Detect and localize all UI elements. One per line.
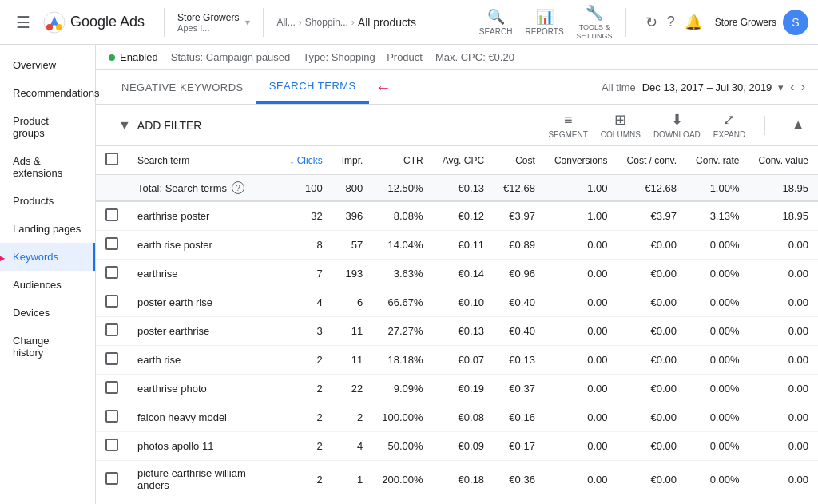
sidebar-item-keywords[interactable]: ▶ Keywords <box>0 243 95 271</box>
impr-header: Impr. <box>332 146 373 175</box>
row-checkbox[interactable] <box>105 208 118 221</box>
row-ctr: 18.18% <box>372 346 432 375</box>
add-filter-button[interactable]: ▼ ADD FILTER <box>109 113 211 137</box>
clicks-header[interactable]: ↓ Clicks <box>280 146 332 175</box>
hamburger-menu[interactable]: ☰ <box>10 10 37 35</box>
sidebar-item-product-groups[interactable]: Product groups <box>0 107 95 147</box>
row-checkbox-cell[interactable] <box>96 201 128 231</box>
expand-button[interactable]: ⤢ EXPAND <box>713 111 745 139</box>
sidebar-item-change-history[interactable]: Change history <box>0 327 95 367</box>
account-info[interactable]: Store Growers Apes I... <box>177 12 239 33</box>
sidebar-item-recommendations[interactable]: Recommendations <box>0 79 95 107</box>
row-checkbox[interactable] <box>105 266 118 279</box>
table-header-row: Search term ↓ Clicks Impr. CTR Avg. CPC … <box>96 146 818 175</box>
breadcrumb-all[interactable]: All... <box>276 17 295 28</box>
row-checkbox-cell[interactable] <box>96 432 128 461</box>
row-term[interactable]: earthrise <box>128 260 280 288</box>
row-clicks: 3 <box>280 317 332 346</box>
table-row: earthrise poster 32 396 8.08% €0.12 €3.9… <box>96 201 818 231</box>
tab-negative-keywords[interactable]: NEGATIVE KEYWORDS <box>109 72 256 103</box>
tools-nav-btn[interactable]: 🔧 TOOLS &SETTINGS <box>577 4 613 41</box>
row-checkbox-cell[interactable] <box>96 288 128 317</box>
row-checkbox-cell[interactable] <box>96 260 128 288</box>
row-checkbox[interactable] <box>105 352 118 365</box>
account-dropdown-icon[interactable]: ▾ <box>245 17 250 28</box>
row-checkbox-cell[interactable] <box>96 317 128 346</box>
reports-nav-btn[interactable]: 📊 REPORTS <box>525 8 563 36</box>
row-ctr: 3.63% <box>372 260 432 288</box>
row-term[interactable]: earthrise poster <box>128 201 280 231</box>
row-checkbox[interactable] <box>105 295 118 308</box>
row-checkbox-cell[interactable] <box>96 375 128 403</box>
help-icon[interactable]: ? <box>667 14 675 30</box>
row-checkbox[interactable] <box>105 472 118 485</box>
profile-area[interactable]: Store Growers S <box>715 10 808 35</box>
row-conv-rate: 0.00% <box>686 346 749 375</box>
row-avg-cpc: €0.10 <box>433 288 494 317</box>
conversions-header: Conversions <box>545 146 617 175</box>
sidebar-item-landing-pages[interactable]: Landing pages <box>0 215 95 243</box>
profile-name: Store Growers <box>715 17 776 28</box>
date-dropdown-btn[interactable]: ▾ <box>778 81 784 93</box>
total-help-icon[interactable]: ? <box>232 181 244 194</box>
row-term[interactable]: photos apollo 11 <box>128 432 280 461</box>
columns-button[interactable]: ⊞ COLUMNS <box>601 111 641 139</box>
sidebar-item-overview[interactable]: Overview <box>0 51 95 79</box>
total-conv-rate: 1.00% <box>686 175 749 202</box>
segment-button[interactable]: ≡ SEGMENT <box>548 112 587 139</box>
campaign-bar: Enabled Status: Campaign paused Type: Sh… <box>96 45 818 70</box>
search-nav-btn[interactable]: 🔍 SEARCH <box>479 8 513 36</box>
row-conv-value: 0.00 <box>749 231 818 260</box>
expand-label: EXPAND <box>713 130 745 139</box>
row-term[interactable]: poster earthrise <box>128 317 280 346</box>
date-next-btn[interactable]: › <box>801 80 805 94</box>
campaign-paused-status: Status: Campaign paused <box>171 51 291 63</box>
cost-conv-header: Cost / conv. <box>617 146 686 175</box>
download-button[interactable]: ⬇ DOWNLOAD <box>653 111 701 139</box>
sidebar-item-devices[interactable]: Devices <box>0 299 95 327</box>
tab-search-terms[interactable]: SEARCH TERMS <box>256 70 369 104</box>
collapse-button[interactable]: ▲ <box>791 117 805 133</box>
row-conv-rate: 0.00% <box>686 432 749 461</box>
row-conv-value: 0.00 <box>749 288 818 317</box>
breadcrumb-shopping[interactable]: Shoppin... <box>305 17 348 28</box>
row-checkbox-cell[interactable] <box>96 461 128 498</box>
row-checkbox-cell[interactable] <box>96 403 128 432</box>
row-checkbox-cell[interactable] <box>96 231 128 260</box>
row-checkbox[interactable] <box>105 323 118 336</box>
row-term[interactable]: earthrise photo <box>128 375 280 403</box>
row-term[interactable]: earth rise <box>128 346 280 375</box>
download-icon: ⬇ <box>671 111 683 129</box>
row-conversions: 0.00 <box>545 461 617 498</box>
row-term[interactable]: poster earth rise <box>128 288 280 317</box>
row-conversions: 0.00 <box>545 231 617 260</box>
row-checkbox[interactable] <box>105 381 118 394</box>
row-term[interactable]: falcon heavy model <box>128 403 280 432</box>
row-conversions: 0.00 <box>545 288 617 317</box>
row-checkbox-cell[interactable] <box>96 346 128 375</box>
select-all-checkbox[interactable] <box>105 153 118 165</box>
svg-point-1 <box>56 24 62 30</box>
row-avg-cpc: €0.08 <box>433 403 494 432</box>
row-conv-rate: 0.00% <box>686 461 749 498</box>
reports-nav-icon: 📊 <box>536 8 554 26</box>
data-table-container: Search term ↓ Clicks Impr. CTR Avg. CPC … <box>96 146 818 504</box>
row-impr: 6 <box>332 288 373 317</box>
row-term[interactable]: picture earthrise william anders <box>128 461 280 498</box>
row-ctr: 200.00% <box>372 461 432 498</box>
row-checkbox[interactable] <box>105 410 118 423</box>
row-checkbox[interactable] <box>105 237 118 250</box>
conv-rate-header: Conv. rate <box>686 146 749 175</box>
nav-tool-icons: 🔍 SEARCH 📊 REPORTS 🔧 TOOLS &SETTINGS <box>479 4 613 41</box>
expand-icon: ⤢ <box>723 111 735 129</box>
account-id: Apes I... <box>177 23 239 33</box>
sidebar-item-products[interactable]: Products <box>0 187 95 215</box>
refresh-icon[interactable]: ↻ <box>645 14 657 31</box>
sidebar-item-audiences[interactable]: Audiences <box>0 271 95 299</box>
sidebar-item-ads-extensions[interactable]: Ads & extensions <box>0 147 95 187</box>
select-all-header[interactable] <box>96 146 128 175</box>
row-checkbox[interactable] <box>105 439 118 451</box>
notifications-icon[interactable]: 🔔 <box>685 14 702 31</box>
row-term[interactable]: earth rise poster <box>128 231 280 260</box>
date-prev-btn[interactable]: ‹ <box>790 80 794 94</box>
